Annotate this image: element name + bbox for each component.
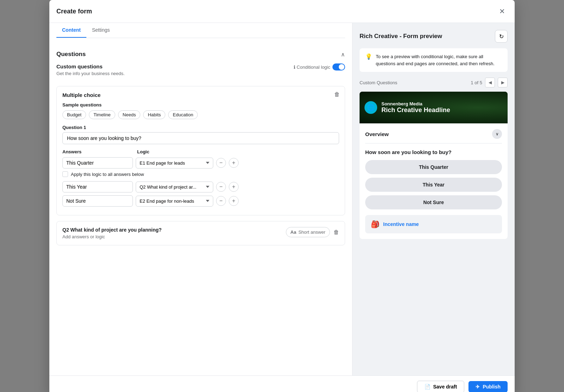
trash-icon-2: 🗑: [333, 229, 339, 235]
minus-icon-3: −: [219, 198, 222, 204]
preview-nav-label: Custom Questions: [360, 80, 397, 85]
question1-card: 🗑 Multiple choice Sample questions Budge…: [56, 86, 345, 215]
sample-tag-needs[interactable]: Needs: [118, 110, 141, 119]
preview-question: How soon are you looking to buy?: [365, 149, 502, 155]
trash-icon: 🗑: [334, 91, 340, 97]
plus-icon-2: +: [232, 184, 235, 190]
add-answer3-button[interactable]: +: [229, 196, 239, 206]
modal-title: Create form: [56, 8, 92, 15]
aa-icon: Aa: [290, 229, 296, 235]
close-button[interactable]: ✕: [496, 6, 508, 17]
logic-col-label: Logic: [137, 149, 149, 154]
tabs-container: Content Settings: [56, 23, 345, 38]
incentive-row: 🎒 Incentive name: [365, 215, 502, 233]
refresh-icon: ↻: [499, 33, 504, 40]
sample-tag-education[interactable]: Education: [168, 110, 198, 119]
incentive-label: Incentive name: [383, 221, 419, 227]
publish-button[interactable]: ✈ Publish: [468, 381, 508, 392]
short-answer-badge[interactable]: Aa Short answer: [286, 227, 330, 237]
right-panel: Rich Creative - Form preview ↻ 💡 To see …: [352, 23, 515, 375]
answer-row-1: E1 End page for leads Q2 What kind of pr…: [62, 157, 339, 169]
question2-title: Q2 What kind of project are you planning…: [62, 227, 286, 233]
preview-info: 💡 To see a preview with conditional logi…: [360, 48, 508, 72]
preview-brand: Sonnenberg Media: [381, 101, 450, 106]
conditional-logic-toggle[interactable]: [332, 63, 345, 71]
left-panel: Content Settings Questions ∧ Custom ques…: [49, 23, 352, 375]
draft-icon: 📄: [424, 384, 430, 390]
nav-next-icon: ▶: [501, 80, 504, 85]
preview-nav-controls: 1 of 5 ◀ ▶: [471, 78, 508, 87]
remove-answer3-button[interactable]: −: [216, 196, 226, 206]
question-type-label: Multiple choice: [62, 92, 339, 98]
logic1-select[interactable]: E1 End page for leads Q2 What kind of pr…: [136, 158, 213, 169]
preview-info-text: To see a preview with conditional logic,…: [376, 53, 502, 67]
overview-chevron-button[interactable]: ∨: [492, 129, 502, 139]
question1-input[interactable]: [62, 132, 339, 144]
info-icon: ℹ: [294, 65, 295, 70]
logic2-select[interactable]: Q2 What kind of project ar... E1 End pag…: [136, 182, 213, 192]
nav-next-button[interactable]: ▶: [498, 78, 508, 87]
add-answer2-button[interactable]: +: [229, 182, 239, 192]
answer-row-3: E2 End page for non-leads E1 End page fo…: [62, 195, 339, 207]
minus-icon: −: [219, 160, 222, 166]
apply-logic-row: Apply this logic to all answers below: [62, 171, 339, 177]
preview-header: Rich Creative - Form preview ↻: [360, 30, 508, 43]
plus-icon-3: +: [232, 198, 235, 204]
conditional-logic-label: ℹ Conditional logic: [294, 65, 330, 70]
custom-questions-label: Custom questions: [56, 63, 125, 69]
nav-prev-button[interactable]: ◀: [485, 78, 495, 87]
sample-questions-label: Sample questions: [62, 102, 339, 108]
close-icon: ✕: [499, 7, 505, 16]
answer3-input[interactable]: [62, 195, 133, 207]
tab-settings[interactable]: Settings: [86, 23, 116, 38]
preview-nav: Custom Questions 1 of 5 ◀ ▶: [360, 78, 508, 87]
questions-section-header: Questions ∧: [56, 45, 345, 58]
answer-row-2: Q2 What kind of project ar... E1 End pag…: [62, 181, 339, 192]
apply-logic-text: Apply this logic to all answers below: [71, 172, 144, 177]
question1-label: Question 1: [62, 125, 339, 130]
publish-icon: ✈: [476, 384, 480, 390]
chevron-down-icon: ∨: [496, 131, 499, 136]
question2-subtitle: Add answers or logic: [62, 234, 286, 239]
short-answer-label: Short answer: [298, 229, 325, 235]
add-answer1-button[interactable]: +: [229, 158, 239, 168]
remove-answer1-button[interactable]: −: [216, 158, 226, 168]
overview-row: Overview ∨: [365, 129, 502, 143]
sample-tag-timeline[interactable]: Timeline: [89, 110, 115, 119]
minus-icon-2: −: [219, 184, 222, 190]
answer2-input[interactable]: [62, 181, 133, 192]
preview-card: 🌐 Sonnenberg Media Rich Creative Headlin…: [360, 92, 508, 239]
save-draft-button[interactable]: 📄 Save draft: [417, 381, 465, 392]
preview-title: Rich Creative - Form preview: [360, 33, 442, 40]
delete-question1-button[interactable]: 🗑: [334, 91, 340, 98]
preview-answer-option-3[interactable]: Not Sure: [365, 195, 502, 209]
question2-card: Q2 What kind of project are you planning…: [56, 221, 345, 245]
logic3-select[interactable]: E2 End page for non-leads E1 End page fo…: [136, 196, 213, 207]
preview-headline: Rich Creative Headline: [381, 106, 450, 114]
answers-col-label: Answers: [62, 149, 133, 154]
overview-label: Overview: [365, 131, 389, 137]
modal-footer: 📄 Save draft ✈ Publish: [49, 375, 515, 392]
delete-question2-button[interactable]: 🗑: [333, 229, 339, 235]
preview-banner: 🌐 Sonnenberg Media Rich Creative Headlin…: [360, 92, 508, 123]
bulb-icon: 💡: [365, 53, 372, 67]
brand-logo: 🌐: [364, 101, 377, 114]
nav-prev-icon: ◀: [489, 80, 492, 85]
questions-title: Questions: [56, 51, 86, 58]
refresh-preview-button[interactable]: ↻: [495, 30, 508, 43]
tab-content[interactable]: Content: [56, 23, 86, 38]
conditional-logic-row: ℹ Conditional logic: [294, 63, 345, 71]
remove-answer2-button[interactable]: −: [216, 182, 226, 192]
sample-tag-habits[interactable]: Habits: [143, 110, 165, 119]
answer1-input[interactable]: [62, 157, 133, 169]
preview-answer-option-2[interactable]: This Year: [365, 178, 502, 192]
collapse-questions-icon[interactable]: ∧: [341, 51, 345, 58]
plus-icon: +: [232, 160, 235, 166]
custom-questions-desc: Get the info your business needs.: [56, 71, 125, 76]
nav-pages: 1 of 5: [471, 80, 482, 85]
preview-body: Overview ∨ How soon are you looking to b…: [360, 123, 508, 239]
sample-tag-budget[interactable]: Budget: [62, 110, 86, 119]
apply-logic-checkbox[interactable]: [62, 171, 68, 177]
preview-answer-option-1[interactable]: This Quarter: [365, 160, 502, 174]
sample-tags: Budget Timeline Needs Habits Education: [62, 110, 339, 119]
